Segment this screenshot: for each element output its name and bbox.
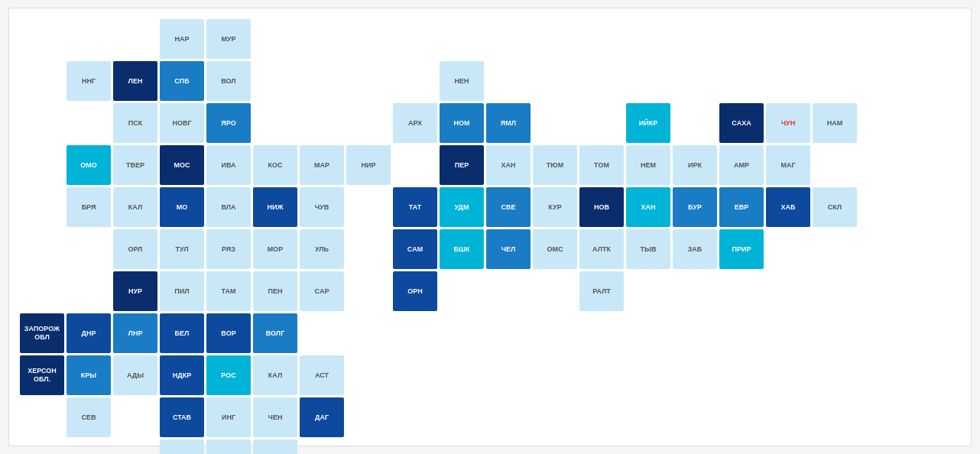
region-mur[interactable]: МУР: [206, 19, 251, 59]
region-stav[interactable]: СТАВ: [160, 397, 204, 437]
empty-cell: [393, 439, 437, 454]
region-ralt[interactable]: РАЛТ: [579, 271, 624, 311]
region-kal[interactable]: КАЛ: [113, 187, 157, 227]
region-spb[interactable]: СПБ: [160, 61, 204, 101]
region-bshk[interactable]: БШК: [440, 229, 484, 269]
region-tul[interactable]: ТУЛ: [160, 229, 204, 269]
empty-cell: [533, 271, 577, 311]
empty-cell: [673, 103, 717, 143]
region-chuv[interactable]: ЧУВ: [300, 187, 344, 227]
region-kry[interactable]: КРЫ: [67, 355, 111, 395]
region-tyv[interactable]: ТЫВ: [626, 229, 670, 269]
empty-cell: [766, 355, 810, 395]
region-tam[interactable]: ТАМ: [206, 271, 251, 311]
region-nam[interactable]: НАМ: [813, 103, 857, 143]
region-nbr[interactable]: НБР: [206, 439, 251, 454]
region-tom[interactable]: ТОМ: [579, 145, 624, 185]
region-bry[interactable]: БРЯ: [67, 187, 111, 227]
region-irk[interactable]: ИРК: [673, 145, 717, 185]
region-ryz[interactable]: РЯЗ: [206, 229, 251, 269]
regions-grid: НАРМУРННГЛЕНСПБВОЛНЕНПСКНОВГЯРОАРХНОМЯМЛ…: [17, 16, 963, 454]
empty-cell: [719, 439, 764, 454]
region-bur[interactable]: БУР: [673, 187, 717, 227]
region-nem[interactable]: НЕМ: [626, 145, 670, 185]
region-dnr[interactable]: ДНР: [67, 313, 111, 353]
region-ul[interactable]: УЛЬ: [300, 229, 344, 269]
region-zab[interactable]: ЗАБ: [673, 229, 717, 269]
region-bel[interactable]: БЕЛ: [160, 313, 204, 353]
region-vol[interactable]: ВОЛ: [206, 61, 251, 101]
region-pryr[interactable]: ПРИР: [719, 229, 764, 269]
region-chun[interactable]: ЧУН: [766, 103, 810, 143]
region-rsoa[interactable]: РСОА: [253, 439, 297, 454]
region-vla[interactable]: ВЛА: [206, 187, 251, 227]
region-kal2[interactable]: КАЛ: [253, 355, 297, 395]
region-nkr[interactable]: НКР: [160, 439, 204, 454]
region-ros[interactable]: РОС: [206, 355, 251, 395]
region-kur[interactable]: КУР: [533, 187, 577, 227]
region-ast[interactable]: АСТ: [300, 355, 344, 395]
region-saha[interactable]: САХА: [719, 103, 764, 143]
region-mor[interactable]: МОР: [253, 229, 297, 269]
empty-cell: [813, 61, 857, 101]
region-sar[interactable]: САР: [300, 271, 344, 311]
region-nar[interactable]: НАР: [160, 19, 204, 59]
region-iykr[interactable]: ИЙКР: [626, 103, 670, 143]
empty-cell: [440, 19, 484, 59]
empty-cell: [346, 355, 391, 395]
region-lnr[interactable]: ЛНР: [113, 313, 157, 353]
region-chel[interactable]: ЧЕЛ: [486, 229, 531, 269]
empty-cell: [813, 19, 857, 59]
region-nir[interactable]: НИР: [346, 145, 391, 185]
region-ing[interactable]: ИНГ: [206, 397, 251, 437]
region-mos[interactable]: МОС: [160, 145, 204, 185]
region-amr[interactable]: АМР: [719, 145, 764, 185]
region-nur[interactable]: НУР: [113, 271, 157, 311]
region-orl[interactable]: ОРЛ: [113, 229, 157, 269]
region-hab[interactable]: ХАБ: [766, 187, 810, 227]
region-per[interactable]: ПЕР: [440, 145, 484, 185]
region-iva[interactable]: ИВА: [206, 145, 251, 185]
region-vor[interactable]: ВОР: [206, 313, 251, 353]
region-zap[interactable]: ЗАПОРОЖ ОБЛ: [20, 313, 64, 353]
region-orn[interactable]: ОРН: [393, 271, 437, 311]
region-arh[interactable]: АРХ: [393, 103, 437, 143]
region-han[interactable]: ХАН: [486, 145, 531, 185]
region-tat[interactable]: ТАТ: [393, 187, 437, 227]
region-sve[interactable]: СВЕ: [486, 187, 531, 227]
region-kos[interactable]: КОС: [253, 145, 297, 185]
region-chen[interactable]: ЧЕН: [253, 397, 297, 437]
region-sev[interactable]: СЕВ: [67, 397, 111, 437]
region-psk[interactable]: ПСК: [113, 103, 157, 143]
region-nij[interactable]: НИЖ: [253, 187, 297, 227]
region-yml[interactable]: ЯМЛ: [486, 103, 531, 143]
region-ady[interactable]: АДЫ: [113, 355, 157, 395]
region-volg[interactable]: ВОЛГ: [253, 313, 297, 353]
region-evr[interactable]: ЕВР: [719, 187, 764, 227]
region-omo[interactable]: ОМО: [67, 145, 111, 185]
region-han2[interactable]: ХАН: [626, 187, 670, 227]
region-tver[interactable]: ТВЕР: [113, 145, 157, 185]
region-nov[interactable]: НОВ: [579, 187, 624, 227]
region-tom2[interactable]: ТЮМ: [533, 145, 577, 185]
region-ndkr[interactable]: НДКР: [160, 355, 204, 395]
region-nng[interactable]: ННГ: [67, 61, 111, 101]
region-mag[interactable]: МАГ: [766, 145, 810, 185]
region-mar[interactable]: МАР: [300, 145, 344, 185]
region-dag[interactable]: ДАГ: [300, 397, 344, 437]
region-yar[interactable]: ЯРО: [206, 103, 251, 143]
region-novg[interactable]: НОВГ: [160, 103, 204, 143]
region-sam[interactable]: САМ: [393, 229, 437, 269]
region-hers[interactable]: ХЕРСОН ОБЛ.: [20, 355, 64, 395]
region-skl[interactable]: СКЛ: [813, 187, 857, 227]
region-mo[interactable]: МО: [160, 187, 204, 227]
empty-cell: [300, 103, 344, 143]
region-udm[interactable]: УДМ: [440, 187, 484, 227]
region-len[interactable]: ЛЕН: [113, 61, 157, 101]
region-oms[interactable]: ОМС: [533, 229, 577, 269]
region-nen[interactable]: НЕН: [440, 61, 484, 101]
region-pil[interactable]: ПИЛ: [160, 271, 204, 311]
region-altk[interactable]: АЛТК: [579, 229, 624, 269]
region-nom[interactable]: НОМ: [440, 103, 484, 143]
region-pen[interactable]: ПЕН: [253, 271, 297, 311]
